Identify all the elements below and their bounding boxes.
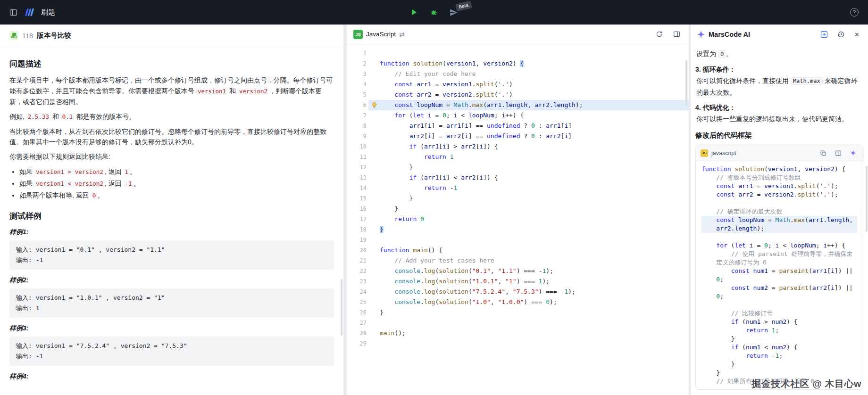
- code-line[interactable]: 16 }: [347, 204, 689, 214]
- code-line[interactable]: 27: [347, 318, 689, 328]
- code-line[interactable]: 5 const arr2 = version2.split('.'): [347, 90, 689, 100]
- inline-code: 0: [91, 192, 98, 199]
- code-text[interactable]: [380, 48, 689, 58]
- code-line[interactable]: 26}: [347, 307, 689, 318]
- code-text[interactable]: const arr1 = version1.split('.'): [380, 79, 689, 90]
- code-line[interactable]: 4 const arr1 = version1.split('.'): [347, 79, 689, 90]
- code-text[interactable]: console.log(solution("0.1", "1.1") === -…: [380, 266, 689, 276]
- code-text[interactable]: }: [380, 204, 689, 214]
- glyph-margin: [368, 173, 380, 183]
- question-icon: ?: [853, 9, 856, 15]
- close-icon: ✕: [854, 31, 860, 38]
- code-line[interactable]: 24 console.log(solution("7.5.2.4", "7.5.…: [347, 287, 689, 297]
- line-number: 6: [347, 100, 368, 110]
- history-button[interactable]: [835, 29, 847, 40]
- code-line[interactable]: 6 const loopNum = Math.max(arr1.length, …: [347, 100, 689, 110]
- glyph-margin: [368, 338, 380, 349]
- code-text[interactable]: return 0: [380, 214, 689, 224]
- code-language-label: javascript: [711, 150, 736, 156]
- panel-splitter[interactable]: [343, 25, 347, 395]
- code-line[interactable]: 23 console.log(solution("1.0.1", "1") ==…: [347, 276, 689, 287]
- code-line[interactable]: 28main();: [347, 328, 689, 338]
- code-text[interactable]: }: [380, 162, 689, 173]
- code-line[interactable]: 21 // Add your test cases here: [347, 255, 689, 266]
- code-line[interactable]: 2function solution(version1, version2) {: [347, 58, 689, 69]
- code-text[interactable]: console.log(solution("1.0", "1.0.0") ===…: [380, 297, 689, 307]
- ai-code-line: return 1;: [701, 326, 857, 335]
- code-text[interactable]: for (let i = 0; i < loopNum; i++) {: [380, 110, 689, 121]
- code-text[interactable]: function main() {: [380, 245, 689, 255]
- code-text[interactable]: main();: [380, 328, 689, 338]
- copy-code-button[interactable]: [818, 148, 828, 158]
- code-line[interactable]: 18}: [347, 224, 689, 235]
- code-text[interactable]: console.log(solution("1.0.1", "1") === 1…: [380, 276, 689, 287]
- code-text[interactable]: return -1: [380, 183, 689, 193]
- code-line[interactable]: 22 console.log(solution("0.1", "1.1") ==…: [347, 266, 689, 276]
- ai-scrollbar-thumb[interactable]: [866, 166, 868, 232]
- apply-code-button[interactable]: [848, 148, 858, 158]
- code-line[interactable]: 8 arr1[i] = arr1[i] == undefined ? 0 : a…: [347, 121, 689, 131]
- code-text[interactable]: const loopNum = Math.max(arr1.length, ar…: [380, 100, 689, 110]
- app-window: 刷题 Beta ?: [0, 0, 868, 395]
- code-line[interactable]: 14 return -1: [347, 183, 689, 193]
- code-text[interactable]: [380, 338, 689, 349]
- code-line[interactable]: 15 }: [347, 193, 689, 204]
- lightbulb-icon[interactable]: [371, 102, 377, 108]
- code-line[interactable]: 3 // Edit your code here: [347, 69, 689, 79]
- line-number: 1: [347, 48, 368, 58]
- rule-item: 如果两个版本相等, 返回 0。: [19, 189, 334, 201]
- glyph-margin: [368, 162, 380, 173]
- code-text[interactable]: }: [380, 224, 689, 235]
- code-text[interactable]: arr1[i] = arr1[i] == undefined ? 0 : arr…: [380, 121, 689, 131]
- code-text[interactable]: if (arr1[i] > arr2[i]) {: [380, 141, 689, 152]
- code-line[interactable]: 13 if (arr1[i] < arr2[i]) {: [347, 173, 689, 183]
- code-text[interactable]: arr2[i] = arr2[i] == undefined ? 0 : arr…: [380, 131, 689, 141]
- code-line[interactable]: 10 if (arr1[i] > arr2[i]) {: [347, 141, 689, 152]
- new-chat-button[interactable]: [818, 29, 830, 40]
- ai-code-line: const loopNum = Math.max(arr1.length, ar…: [701, 216, 857, 233]
- layout-button[interactable]: [671, 29, 682, 40]
- code-text[interactable]: function solution(version1, version2) {: [380, 58, 689, 69]
- reset-code-button[interactable]: [654, 29, 665, 40]
- code-text[interactable]: return 1: [380, 152, 689, 162]
- sidebar-toggle-button[interactable]: [8, 7, 19, 18]
- editor-scrollbar-thumb[interactable]: [685, 60, 687, 106]
- inline-code: version1 < version2: [34, 180, 105, 187]
- swap-language-icon[interactable]: ⇄: [399, 31, 405, 38]
- code-text[interactable]: if (arr1[i] < arr2[i]) {: [380, 173, 689, 183]
- code-text[interactable]: console.log(solution("7.5.2.4", "7.5.3")…: [380, 287, 689, 297]
- debug-button[interactable]: [428, 6, 440, 18]
- code-line[interactable]: 12 }: [347, 162, 689, 173]
- code-text[interactable]: // Add your test cases here: [380, 255, 689, 266]
- glyph-margin: [368, 297, 380, 307]
- code-text[interactable]: // Edit your code here: [380, 69, 689, 79]
- language-select[interactable]: JS JavaScript ⇄: [353, 30, 405, 39]
- code-line[interactable]: 25 console.log(solution("1.0", "1.0.0") …: [347, 297, 689, 307]
- code-line[interactable]: 1: [347, 48, 689, 58]
- insert-code-button[interactable]: [833, 148, 843, 158]
- code-text[interactable]: [380, 318, 689, 328]
- code-line[interactable]: 17 return 0: [347, 214, 689, 224]
- glyph-margin: [368, 183, 380, 193]
- problem-scrollbar-thumb[interactable]: [341, 279, 342, 336]
- ai-code-line: }: [701, 360, 857, 369]
- code-line[interactable]: 9 arr2[i] = arr2[i] == undefined ? 0 : a…: [347, 131, 689, 141]
- run-button[interactable]: [408, 6, 420, 18]
- nav-practice-label[interactable]: 刷题: [41, 8, 55, 17]
- code-line[interactable]: 20function main() {: [347, 245, 689, 255]
- code-text[interactable]: const arr2 = version2.split('.'): [380, 90, 689, 100]
- code-line[interactable]: 19: [347, 235, 689, 245]
- code-editor[interactable]: 12function solution(version1, version2) …: [347, 44, 689, 395]
- help-button[interactable]: ?: [848, 6, 860, 18]
- code-text[interactable]: [380, 235, 689, 245]
- code-text[interactable]: }: [380, 193, 689, 204]
- code-line[interactable]: 29: [347, 338, 689, 349]
- line-number: 28: [347, 328, 368, 338]
- code-text[interactable]: }: [380, 307, 689, 318]
- bug-icon: [430, 8, 438, 16]
- close-panel-button[interactable]: ✕: [852, 29, 861, 40]
- sample-block: 输入: version1 = "1.0.1" , version2 = "1" …: [9, 288, 334, 318]
- code-line[interactable]: 7 for (let i = 0; i < loopNum; i++) {: [347, 110, 689, 121]
- code-line[interactable]: 11 return 1: [347, 152, 689, 162]
- marscode-logo[interactable]: [23, 8, 35, 17]
